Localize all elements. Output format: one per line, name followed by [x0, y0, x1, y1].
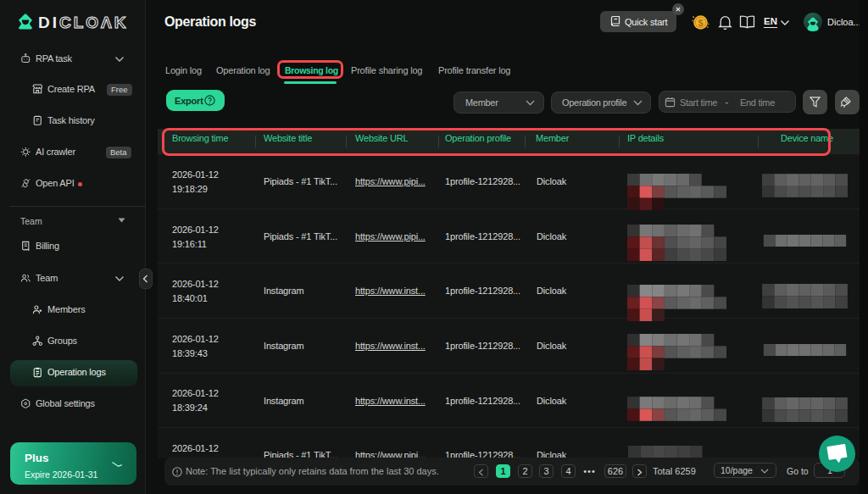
svg-text:$: $: [698, 18, 703, 28]
